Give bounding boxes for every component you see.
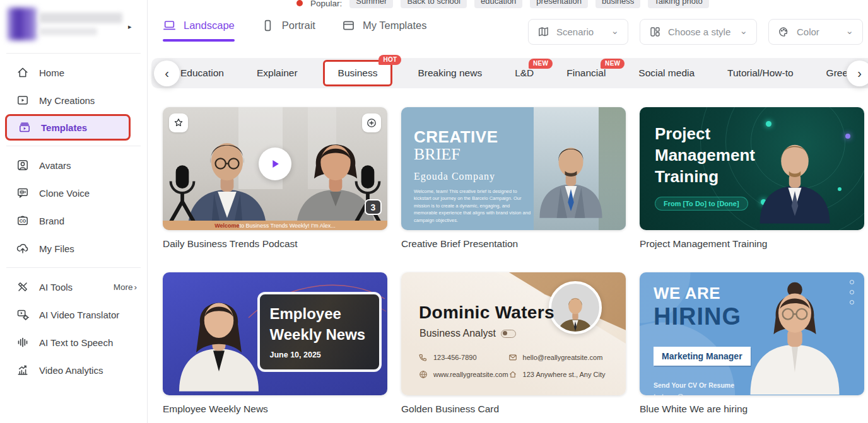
sidebar-item-label: Clone Voice (39, 188, 90, 199)
category-business[interactable]: Business HOT (323, 60, 393, 86)
sidebar-item-label: AI Text to Speech (39, 337, 113, 348)
play-button[interactable] (259, 148, 291, 180)
color-dropdown[interactable]: Color ⌄ (768, 19, 863, 45)
template-thumbnail-daily-business-trends-podcast[interactable]: 3 Welcome to Business Trends Weekly! I'm… (163, 107, 387, 230)
template-card: Dominic Waters Business Analyst 123-456-… (401, 272, 626, 415)
templates-icon (18, 121, 31, 134)
logo-text-blurred (39, 13, 122, 23)
envelope-icon (508, 353, 517, 362)
sidebar-item-clone-voice[interactable]: Clone Voice (0, 179, 147, 207)
presenter-male (534, 122, 608, 230)
popular-tag-back-to-school[interactable]: Back to school (401, 0, 467, 8)
profile-photo-person (551, 289, 599, 334)
ai-tools-more-link[interactable]: More› (114, 282, 137, 292)
sidebar-item-label: AI Tools (39, 282, 73, 293)
address-value: 123 Anywhere st., Any City (523, 371, 606, 378)
template-title: Creative Brief Presentation (401, 238, 626, 250)
chevron-right-icon: › (134, 282, 138, 292)
sidebar-item-ai-text-to-speech[interactable]: AI Text to Speech (0, 328, 147, 356)
sidebar-item-ai-tools[interactable]: AI Tools More› (0, 273, 147, 301)
laptop-icon (163, 19, 176, 32)
popular-tag-education[interactable]: education (474, 0, 522, 8)
template-card: Project Management Training From [To Do]… (640, 107, 864, 250)
avatars-icon (16, 159, 29, 171)
popular-tag-presentation[interactable]: presentation (530, 0, 588, 8)
subtitle-caption: Welcome to Business Trends Weekly! I'm A… (163, 221, 387, 230)
my-files-upload-icon (16, 242, 29, 255)
sidebar-item-my-creations[interactable]: My Creations (0, 86, 147, 114)
sidebar-divider (6, 53, 141, 54)
palette-icon (778, 26, 790, 38)
dropdown-label: Color (797, 26, 819, 37)
category-financial[interactable]: Financial NEW (550, 67, 622, 79)
template-title: Employee Weekly News (163, 403, 387, 415)
map-icon (537, 26, 549, 38)
category-breaking-news[interactable]: Breaking news (401, 67, 498, 79)
scenario-dropdown[interactable]: Scenario ⌄ (528, 19, 628, 45)
orientation-tabs: Landscape Portrait My Templates (163, 19, 426, 33)
cv-note-line1: Send Your CV Or Resume (654, 380, 751, 391)
template-thumbnail-employee-news[interactable]: Employee Weekly News June 10, 2025 (163, 272, 387, 395)
new-badge: NEW (601, 59, 625, 69)
plus-circle-icon (366, 117, 377, 129)
website-value: www.reallygreatsite.com (433, 371, 508, 378)
template-thumbnail-creative-brief[interactable]: CREATIVE BRIEF Egouda Company Welcome, t… (401, 107, 626, 230)
sidebar-item-templates[interactable]: Templates (5, 114, 131, 141)
sidebar-item-label: My Files (39, 243, 74, 254)
slide-text-block: WE ARE HIRING Marketing Manager Send You… (654, 284, 751, 395)
sidebar-item-home[interactable]: Home (0, 59, 147, 86)
category-tutorial[interactable]: Tutorial/How-to (711, 67, 810, 79)
ai-video-translator-icon (16, 308, 29, 321)
template-title: Golden Business Card (401, 403, 626, 415)
popular-tag-talking-photo[interactable]: Talking photo (648, 0, 709, 8)
popular-tag-business[interactable]: business (595, 0, 640, 8)
favorite-star-button[interactable] (169, 113, 188, 132)
sidebar-item-my-files[interactable]: My Files (0, 235, 147, 262)
template-thumbnail-project-management[interactable]: Project Management Training From [To Do]… (640, 107, 864, 230)
tab-landscape[interactable]: Landscape (163, 19, 235, 33)
category-label: L&D (515, 67, 534, 78)
popular-tag-summer[interactable]: Summer (349, 0, 393, 8)
business-card-role: Business Analyst (419, 328, 516, 339)
sidebar-item-label: Home (39, 67, 64, 78)
my-creations-icon (16, 94, 29, 107)
logo-subtext-blurred (39, 28, 97, 35)
slide-tagline-pill: From [To Do] to [Done] (655, 197, 748, 211)
template-thumbnail-golden-business-card[interactable]: Dominic Waters Business Analyst 123-456-… (401, 272, 626, 395)
slide-heading: Project Management Training (655, 124, 755, 187)
play-icon (268, 157, 282, 171)
sidebar-item-label: Video Analytics (39, 365, 103, 376)
category-social-media[interactable]: Social media (622, 67, 711, 79)
trainer-male (753, 123, 836, 230)
new-badge: NEW (529, 59, 553, 69)
role-label: Business Analyst (419, 328, 496, 339)
category-ld[interactable]: L&D NEW (498, 67, 550, 79)
sidebar-item-video-analytics[interactable]: Video Analytics (0, 356, 147, 384)
sidebar-item-brand[interactable]: CO Brand (0, 207, 147, 235)
sidebar-item-avatars[interactable]: Avatars (0, 151, 147, 179)
heading-bold: CREATIVE (414, 127, 498, 146)
template-card: 3 Welcome to Business Trends Weekly! I'm… (163, 107, 387, 250)
category-explainer[interactable]: Explainer (240, 67, 314, 79)
news-inset-panel: Employee Weekly News June 10, 2025 (257, 292, 382, 372)
template-thumbnail-we-are-hiring[interactable]: WE ARE HIRING Marketing Manager Send You… (640, 272, 864, 395)
caption-highlight: Welcome (214, 223, 239, 229)
more-label: More (114, 282, 133, 292)
news-heading-line1: Employee (270, 304, 370, 324)
scroll-right-button[interactable]: › (847, 61, 868, 86)
popular-tags-row: Popular: Summer Back to school education… (296, 0, 709, 8)
scene-count-badge: 3 (365, 199, 382, 215)
app-logo: ▸ (0, 0, 147, 48)
add-button[interactable] (362, 113, 381, 132)
tab-portrait[interactable]: Portrait (261, 19, 315, 33)
sidebar-item-ai-video-translator[interactable]: AI Video Translator (0, 301, 147, 328)
clone-voice-icon (16, 187, 29, 199)
slide-heading: CREATIVE BRIEF (414, 129, 543, 163)
tab-my-templates[interactable]: My Templates (342, 19, 426, 33)
video-analytics-icon (16, 364, 29, 376)
sidebar-divider (6, 146, 141, 146)
choose-style-dropdown[interactable]: Choose a style ⌄ (640, 19, 757, 45)
news-date: June 10, 2025 (270, 351, 370, 359)
scroll-left-button[interactable]: ‹ (154, 61, 180, 86)
star-icon (173, 117, 184, 129)
